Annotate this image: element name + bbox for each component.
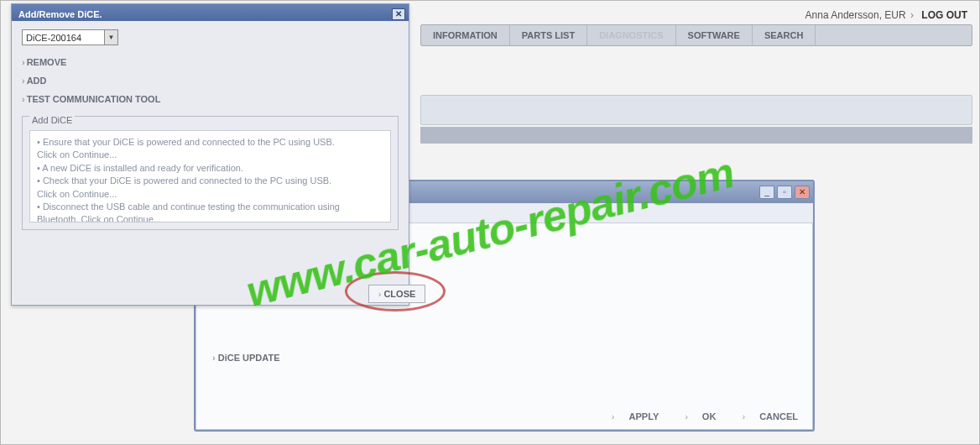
tab-parts-list[interactable]: PARTS LIST	[510, 25, 587, 45]
dialog-titlebar: Add/Remove DiCE. ✕	[12, 4, 409, 21]
minimize-icon[interactable]: _	[759, 186, 774, 199]
subwindow-footer: › APPLY › OK › CANCEL	[588, 411, 798, 421]
add-dice-fieldset: Add DiCE • Ensure that your DiCE is powe…	[22, 116, 399, 230]
subwindow-controls: _ ▫ ✕	[759, 186, 810, 199]
maximize-icon[interactable]: ▫	[777, 186, 792, 199]
add-dice-log: • Ensure that your DiCE is powered and c…	[29, 130, 391, 222]
cancel-button[interactable]: › CANCEL	[730, 411, 798, 421]
chevron-right-icon: ›	[378, 289, 382, 299]
test-comm-link[interactable]: ›TEST COMMUNICATION TOOL	[22, 94, 399, 104]
dice-update-link[interactable]: › DiCE UPDATE	[212, 353, 796, 363]
main-tabs: INFORMATION PARTS LIST DIAGNOSTICS SOFTW…	[420, 24, 972, 46]
add-remove-dice-dialog: Add/Remove DiCE. ✕ DiCE-200164 ▼ ›REMOVE…	[11, 3, 409, 306]
tab-software[interactable]: SOFTWARE	[676, 25, 753, 45]
secondary-bar-dark	[420, 127, 972, 144]
apply-button[interactable]: › APPLY	[600, 411, 659, 421]
close-label: CLOSE	[383, 289, 415, 299]
dice-select-value: DiCE-200164	[26, 33, 81, 43]
chevron-down-icon[interactable]: ▼	[104, 30, 117, 44]
dice-select[interactable]: DiCE-200164 ▼	[22, 29, 118, 45]
dialog-actions: ›REMOVE ›ADD ›TEST COMMUNICATION TOOL	[22, 57, 399, 104]
tab-diagnostics[interactable]: DIAGNOSTICS	[587, 25, 675, 45]
user-name: Anna Andersson, EUR	[805, 9, 906, 21]
add-link[interactable]: ›ADD	[22, 76, 399, 86]
close-icon[interactable]: ✕	[392, 8, 405, 20]
chevron-right-icon: ›	[212, 353, 216, 363]
chevron-right-icon: ›	[910, 9, 914, 21]
close-button[interactable]: › CLOSE	[368, 285, 425, 303]
secondary-bar	[420, 95, 972, 125]
user-info: Anna Andersson, EUR › LOG OUT	[805, 9, 967, 21]
remove-link[interactable]: ›REMOVE	[22, 57, 399, 67]
dialog-title: Add/Remove DiCE.	[18, 9, 102, 19]
close-icon[interactable]: ✕	[795, 186, 810, 199]
tab-search[interactable]: SEARCH	[753, 25, 816, 45]
ok-button[interactable]: › OK	[673, 411, 716, 421]
logout-link[interactable]: LOG OUT	[921, 9, 967, 21]
fieldset-legend: Add DiCE	[29, 115, 75, 125]
dice-update-label: DiCE UPDATE	[218, 353, 280, 363]
tab-information[interactable]: INFORMATION	[421, 25, 510, 45]
